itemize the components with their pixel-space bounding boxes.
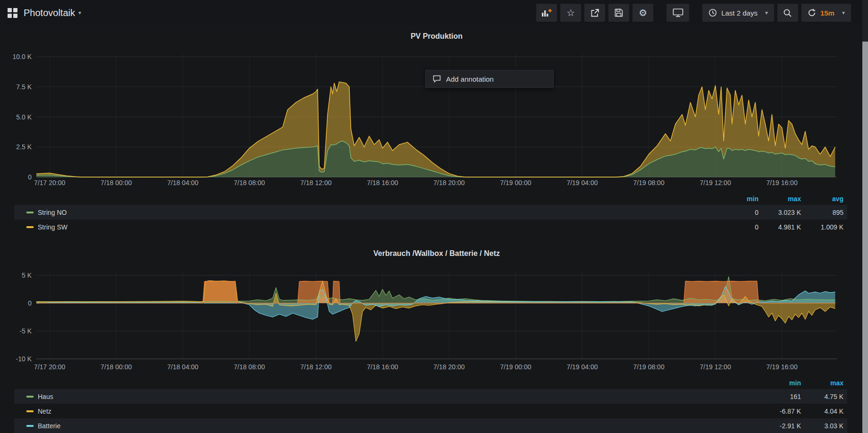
svg-text:-10 K: -10 K (16, 355, 32, 363)
svg-text:7.5 K: 7.5 K (16, 83, 32, 91)
svg-text:10.0 K: 10.0 K (13, 53, 32, 60)
svg-text:7/19 08:00: 7/19 08:00 (633, 179, 665, 187)
legend-header-row: min max avg (14, 193, 847, 205)
series-max-value: 4.04 K (801, 408, 843, 415)
panel-title-pv-produktion[interactable]: PV Produktion (0, 32, 868, 41)
add-panel-button[interactable] (536, 4, 557, 22)
add-annotation-menu: Add annotation (425, 70, 554, 88)
svg-text:7/18 20:00: 7/18 20:00 (433, 363, 464, 371)
legend-header-min[interactable]: min (716, 195, 758, 203)
navbar-actions: ☆ ⚙ Last 2 days ▾ (536, 4, 868, 22)
series-name[interactable]: String SW (38, 223, 67, 231)
svg-text:7/19 00:00: 7/19 00:00 (500, 179, 531, 187)
svg-text:7/18 12:00: 7/18 12:00 (300, 363, 331, 371)
legend-header-min[interactable]: min (758, 379, 801, 387)
legend-row-haus: Haus 161 4.75 K (14, 389, 847, 404)
series-max-value: 3.023 K (758, 209, 801, 216)
series-max-value: 4.75 K (801, 393, 843, 400)
add-panel-icon (541, 8, 552, 17)
series-avg-value: 1.009 K (801, 223, 843, 231)
svg-text:7/19 12:00: 7/19 12:00 (700, 179, 731, 187)
svg-text:7/19 16:00: 7/19 16:00 (767, 179, 798, 187)
series-max-value: 4.981 K (758, 223, 801, 231)
magnifier-icon (783, 8, 792, 17)
series-min-value: 0 (716, 223, 758, 231)
svg-text:0: 0 (28, 299, 32, 307)
dashboard-title[interactable]: Photovoltaik (24, 8, 75, 18)
series-color-marker (26, 396, 34, 398)
refresh-interval-label: 15m (820, 9, 834, 17)
gear-icon: ⚙ (639, 8, 647, 17)
series-color-marker (26, 226, 34, 228)
save-icon (615, 8, 623, 17)
verbrauch-plot[interactable]: 5 K0-5 K-10 K7/17 20:007/18 00:007/18 04… (0, 263, 859, 376)
svg-text:7/19 08:00: 7/19 08:00 (633, 363, 665, 371)
series-name[interactable]: Netz (38, 408, 51, 415)
apps-grid-icon (8, 8, 17, 18)
star-button[interactable]: ☆ (560, 4, 581, 22)
navbar: Photovoltaik ▾ ☆ ⚙ (0, 0, 868, 25)
settings-button[interactable]: ⚙ (632, 4, 653, 22)
verbrauch-chart[interactable]: 5 K0-5 K-10 K7/17 20:007/18 00:007/18 04… (0, 263, 859, 378)
series-color-marker (26, 212, 34, 213)
verbrauch-legend: min max Haus 161 4.75 K Netz -6.87 K 4.0… (14, 377, 847, 433)
pv-legend: min max avg String NO 0 3.023 K 895 Stri… (14, 193, 847, 234)
svg-text:7/18 00:00: 7/18 00:00 (101, 363, 132, 371)
series-color-marker (26, 410, 34, 412)
legend-row-string-no: String NO 0 3.023 K 895 (14, 205, 847, 220)
share-icon (590, 8, 599, 17)
legend-row-netz: Netz -6.87 K 4.04 K (14, 404, 847, 418)
svg-text:5.0 K: 5.0 K (16, 113, 32, 121)
svg-text:5 K: 5 K (22, 272, 32, 279)
svg-text:7/17 20:00: 7/17 20:00 (34, 363, 65, 371)
share-button[interactable] (584, 4, 605, 22)
zoom-out-button[interactable] (777, 4, 798, 22)
pv-produktion-plot[interactable]: 02.5 K5.0 K7.5 K10.0 K7/17 20:007/18 00:… (0, 45, 859, 192)
svg-text:7/18 08:00: 7/18 08:00 (234, 363, 265, 371)
chevron-down-icon: ▾ (78, 10, 81, 16)
pv-produktion-chart[interactable]: 02.5 K5.0 K7.5 K10.0 K7/17 20:007/18 00:… (0, 45, 859, 194)
legend-header-max[interactable]: max (801, 379, 843, 387)
refresh-icon (808, 8, 816, 17)
svg-text:7/18 00:00: 7/18 00:00 (101, 179, 132, 187)
time-picker-button[interactable]: Last 2 days ▾ (702, 4, 774, 22)
dashboard-menu-button[interactable]: Photovoltaik ▾ (8, 8, 81, 18)
legend-header-row: min max (14, 377, 847, 389)
scrollbar-thumb[interactable] (862, 42, 868, 433)
series-name[interactable]: String NO (38, 209, 67, 216)
svg-text:7/18 04:00: 7/18 04:00 (167, 363, 198, 371)
svg-text:7/18 04:00: 7/18 04:00 (167, 179, 198, 187)
svg-text:2.5 K: 2.5 K (16, 143, 32, 151)
legend-header-avg[interactable]: avg (801, 195, 843, 203)
svg-text:-5 K: -5 K (19, 327, 32, 335)
star-icon: ☆ (566, 8, 575, 17)
series-max-value: 3.03 K (801, 422, 843, 430)
save-button[interactable] (608, 4, 629, 22)
series-avg-value: 895 (801, 209, 843, 216)
chevron-down-icon: ▾ (842, 10, 845, 16)
series-min-value: 0 (716, 209, 758, 216)
legend-row-batterie: Batterie -2.91 K 3.03 K (14, 418, 847, 433)
series-min-value: -6.87 K (758, 408, 801, 415)
svg-text:7/18 20:00: 7/18 20:00 (433, 179, 464, 187)
refresh-button[interactable]: 15m ▾ (801, 4, 851, 22)
svg-text:7/17 20:00: 7/17 20:00 (34, 179, 65, 187)
monitor-icon (673, 8, 683, 17)
svg-text:7/19 04:00: 7/19 04:00 (566, 179, 598, 187)
tv-mode-button[interactable] (666, 4, 689, 22)
legend-row-string-sw: String SW 0 4.981 K 1.009 K (14, 220, 847, 234)
panel-title-verbrauch[interactable]: Verbrauch /Wallbox / Batterie / Netz (0, 249, 868, 258)
add-annotation-item[interactable]: Add annotation (446, 75, 494, 83)
series-min-value: -2.91 K (758, 422, 801, 430)
series-min-value: 161 (758, 393, 801, 400)
series-name[interactable]: Batterie (38, 422, 60, 430)
svg-text:7/18 08:00: 7/18 08:00 (234, 179, 265, 187)
series-color-marker (26, 425, 34, 427)
series-name[interactable]: Haus (38, 393, 53, 400)
svg-text:7/19 12:00: 7/19 12:00 (700, 363, 731, 371)
svg-text:7/19 16:00: 7/19 16:00 (767, 363, 798, 371)
svg-text:7/19 04:00: 7/19 04:00 (566, 363, 598, 371)
chevron-down-icon: ▾ (765, 10, 768, 16)
svg-text:7/18 12:00: 7/18 12:00 (300, 179, 331, 187)
legend-header-max[interactable]: max (758, 195, 801, 203)
